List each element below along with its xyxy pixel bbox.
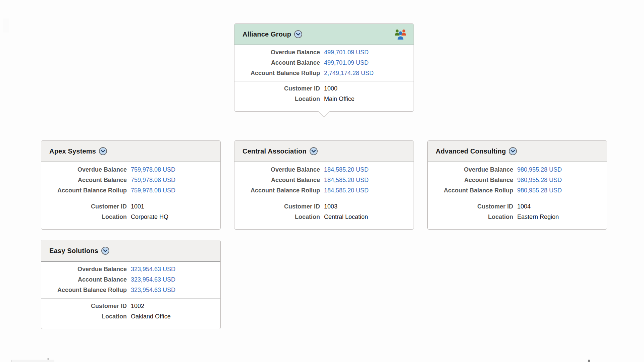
customer-name: Easy Solutions bbox=[49, 247, 98, 255]
field-label: Customer ID bbox=[234, 83, 320, 94]
chevron-down-icon[interactable] bbox=[99, 147, 107, 156]
related-customers-icon[interactable] bbox=[394, 28, 407, 40]
overdue-balance-link[interactable]: 980,955.28 USD bbox=[517, 165, 562, 175]
account-balance-rollup-link[interactable]: 980,955.28 USD bbox=[517, 185, 562, 196]
balances-section: Overdue Balance 980,955.28 USD Account B… bbox=[428, 162, 607, 199]
info-row: Customer ID 1000 bbox=[234, 83, 414, 94]
location-value: Oakland Office bbox=[131, 311, 171, 322]
customer-card-apex-systems: Apex Systems Overdue Balance 759,978.08 … bbox=[41, 140, 221, 230]
field-label: Location bbox=[428, 212, 513, 222]
info-row: Location Corporate HQ bbox=[41, 212, 220, 222]
customer-card-alliance-group: Alliance Group bbox=[234, 23, 414, 112]
chevron-down-icon[interactable] bbox=[101, 246, 110, 255]
customer-id-value: 1004 bbox=[517, 201, 531, 212]
customer-id-value: 1002 bbox=[131, 301, 144, 311]
overdue-balance-link[interactable]: 323,954.63 USD bbox=[131, 264, 175, 275]
info-row: Customer ID 1004 bbox=[428, 201, 607, 212]
overdue-balance-link[interactable]: 759,978.08 USD bbox=[131, 165, 175, 175]
balance-row: Overdue Balance 980,955.28 USD bbox=[428, 165, 607, 175]
chevron-down-icon[interactable] bbox=[294, 30, 303, 39]
info-row: Location Eastern Region bbox=[428, 212, 607, 222]
balance-row: Account Balance 499,701.09 USD bbox=[234, 58, 414, 68]
cropped-ui-fragment-top-left bbox=[3, 18, 9, 33]
location-value: Main Office bbox=[324, 94, 355, 104]
account-balance-link[interactable]: 759,978.08 USD bbox=[131, 175, 175, 185]
location-value: Corporate HQ bbox=[131, 212, 168, 222]
info-section: Customer ID 1000 Location Main Office bbox=[234, 81, 414, 104]
field-label: Location bbox=[234, 212, 320, 222]
location-value: Central Location bbox=[324, 212, 368, 222]
balance-row: Account Balance 323,954.63 USD bbox=[41, 275, 220, 285]
field-label: Customer ID bbox=[41, 201, 127, 212]
account-balance-link[interactable]: 499,701.09 USD bbox=[324, 58, 369, 68]
balances-section: Overdue Balance 323,954.63 USD Account B… bbox=[41, 262, 220, 298]
info-section: Customer ID 1004 Location Eastern Region bbox=[428, 199, 607, 222]
card-header: Apex Systems bbox=[41, 141, 220, 162]
field-label: Location bbox=[234, 94, 320, 104]
location-value: Eastern Region bbox=[517, 212, 559, 222]
field-label: Account Balance Rollup bbox=[234, 68, 320, 78]
field-label: Overdue Balance bbox=[41, 165, 127, 175]
info-row: Location Central Location bbox=[234, 212, 414, 222]
customer-name: Advanced Consulting bbox=[436, 147, 506, 155]
card-header: Advanced Consulting bbox=[428, 141, 607, 162]
field-label: Account Balance Rollup bbox=[41, 285, 127, 295]
chevron-down-icon[interactable] bbox=[508, 147, 517, 156]
customer-hierarchy-canvas: { "org_chart": { "field_labels": { "over… bbox=[0, 0, 644, 362]
balance-row: Account Balance Rollup 759,978.08 USD bbox=[41, 185, 220, 196]
info-row: Location Main Office bbox=[234, 94, 414, 104]
field-label: Account Balance bbox=[41, 175, 127, 185]
balance-row: Overdue Balance 759,978.08 USD bbox=[41, 165, 220, 175]
balance-row: Account Balance Rollup 323,954.63 USD bbox=[41, 285, 220, 295]
account-balance-link[interactable]: 980,955.28 USD bbox=[517, 175, 562, 185]
info-section: Customer ID 1003 Location Central Locati… bbox=[234, 199, 414, 222]
card-header: Central Association bbox=[234, 141, 414, 162]
balances-section: Overdue Balance 759,978.08 USD Account B… bbox=[41, 162, 220, 199]
field-label: Customer ID bbox=[234, 201, 320, 212]
stray-dot bbox=[47, 358, 49, 360]
field-label: Overdue Balance bbox=[41, 264, 127, 275]
cropped-ui-fragment-bottom-left bbox=[11, 360, 54, 362]
field-label: Location bbox=[41, 212, 127, 222]
account-balance-rollup-link[interactable]: 759,978.08 USD bbox=[131, 185, 175, 196]
customer-card-central-association: Central Association Overdue Balance 184,… bbox=[234, 140, 414, 230]
info-row: Location Oakland Office bbox=[41, 311, 220, 322]
balance-row: Account Balance Rollup 980,955.28 USD bbox=[428, 185, 607, 196]
field-label: Account Balance bbox=[234, 175, 320, 185]
field-label: Customer ID bbox=[41, 301, 127, 311]
customer-name: Apex Systems bbox=[49, 147, 96, 155]
info-row: Customer ID 1002 bbox=[41, 301, 220, 311]
card-header: Easy Solutions bbox=[41, 240, 220, 262]
account-balance-link[interactable]: 184,585.20 USD bbox=[324, 175, 369, 185]
account-balance-rollup-link[interactable]: 323,954.63 USD bbox=[131, 285, 175, 295]
balance-row: Overdue Balance 499,701.09 USD bbox=[234, 47, 414, 58]
field-label: Account Balance Rollup bbox=[41, 185, 127, 196]
balances-section: Overdue Balance 499,701.09 USD Account B… bbox=[234, 45, 414, 81]
account-balance-rollup-link[interactable]: 2,749,174.28 USD bbox=[324, 68, 374, 78]
field-label: Customer ID bbox=[428, 201, 513, 212]
balance-row: Account Balance Rollup 2,749,174.28 USD bbox=[234, 68, 414, 78]
field-label: Account Balance bbox=[234, 58, 320, 68]
overdue-balance-link[interactable]: 184,585.20 USD bbox=[324, 165, 369, 175]
overdue-balance-link[interactable]: 499,701.09 USD bbox=[324, 47, 369, 58]
stray-mark bbox=[588, 359, 590, 362]
chevron-down-icon[interactable] bbox=[309, 147, 318, 156]
balance-row: Account Balance Rollup 184,585.20 USD bbox=[234, 185, 414, 196]
balance-row: Account Balance 759,978.08 USD bbox=[41, 175, 220, 185]
field-label: Overdue Balance bbox=[234, 165, 320, 175]
balance-row: Overdue Balance 184,585.20 USD bbox=[234, 165, 414, 175]
balance-row: Account Balance 184,585.20 USD bbox=[234, 175, 414, 185]
customer-id-value: 1001 bbox=[131, 201, 144, 212]
field-label: Location bbox=[41, 311, 127, 322]
field-label: Account Balance Rollup bbox=[428, 185, 513, 196]
customer-name: Alliance Group bbox=[243, 31, 291, 38]
field-label: Account Balance bbox=[41, 275, 127, 285]
info-section: Customer ID 1001 Location Corporate HQ bbox=[41, 199, 220, 222]
account-balance-rollup-link[interactable]: 184,585.20 USD bbox=[324, 185, 369, 196]
account-balance-link[interactable]: 323,954.63 USD bbox=[131, 275, 175, 285]
info-row: Customer ID 1001 bbox=[41, 201, 220, 212]
field-label: Account Balance bbox=[428, 175, 513, 185]
field-label: Overdue Balance bbox=[234, 47, 320, 58]
customer-card-advanced-consulting: Advanced Consulting Overdue Balance 980,… bbox=[427, 140, 607, 230]
customer-id-value: 1000 bbox=[324, 83, 337, 94]
